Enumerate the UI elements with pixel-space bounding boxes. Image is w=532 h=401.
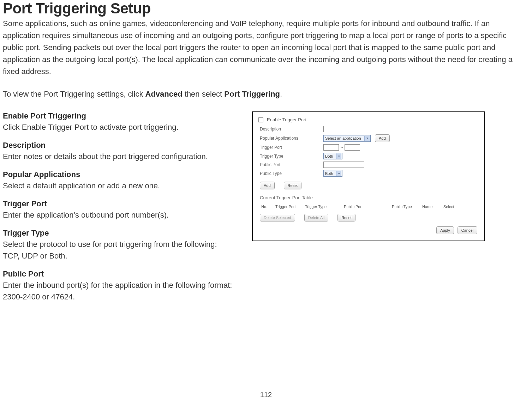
page-number: 112 — [0, 391, 532, 399]
popular-apps-select[interactable]: Select an application ▾ — [323, 135, 371, 142]
col-public-port: Public Port — [344, 205, 392, 209]
public-type-select[interactable]: Both ▾ — [323, 170, 342, 177]
def-title-enable: Enable Port Triggering — [3, 111, 232, 121]
public-port-field-label: Public Port — [260, 162, 323, 167]
trigger-port-range-separator: ~ — [339, 145, 345, 150]
def-title-popular-apps: Popular Applications — [3, 170, 232, 179]
popular-apps-field-label: Popular Applications — [260, 136, 323, 141]
trigger-port-table-heading: Current Trigger-Port Table — [260, 195, 479, 200]
def-text-popular-apps: Select a default application or add a ne… — [3, 180, 232, 192]
chevron-down-icon: ▾ — [336, 153, 341, 159]
table-reset-button[interactable]: Reset — [337, 214, 355, 221]
nav-bold-port-triggering: Port Triggering — [224, 90, 280, 98]
enable-trigger-port-label: Enable Trigger Port — [267, 117, 306, 122]
intro-paragraph: Some applications, such as online games,… — [3, 18, 522, 78]
def-title-trigger-type: Trigger Type — [3, 229, 232, 238]
trigger-type-select[interactable]: Both ▾ — [323, 153, 342, 159]
col-public-type: Public Type — [392, 205, 422, 209]
trigger-port-field-label: Trigger Port — [260, 145, 323, 150]
public-port-input[interactable] — [323, 162, 364, 168]
chevron-down-icon: ▾ — [364, 136, 370, 141]
popular-apps-add-button[interactable]: Add — [375, 134, 390, 142]
def-text-description: Enter notes or details about the port tr… — [3, 151, 232, 162]
description-field-label: Description — [260, 127, 323, 132]
nav-bold-advanced: Advanced — [145, 90, 183, 98]
definitions-column: Enable Port Triggering Click Enable Trig… — [3, 111, 232, 310]
cancel-button[interactable]: Cancel — [458, 226, 477, 234]
def-text-enable: Click Enable Trigger Port to activate po… — [3, 121, 232, 133]
def-title-description: Description — [3, 141, 232, 150]
def-title-trigger-port: Trigger Port — [3, 199, 232, 208]
trigger-type-field-label: Trigger Type — [260, 154, 323, 159]
nav-text-middle: then select — [183, 90, 225, 98]
page-title: Port Triggering Setup — [3, 0, 522, 17]
description-input[interactable] — [323, 126, 364, 132]
nav-text-suffix: . — [280, 90, 282, 98]
col-trigger-type: Trigger Type — [305, 205, 344, 209]
col-no: No. — [261, 205, 275, 209]
router-config-panel: Enable Trigger Port Description Popular … — [252, 111, 485, 241]
col-trigger-port: Trigger Port — [275, 205, 305, 209]
trigger-port-table-header: No. Trigger Port Trigger Type Public Por… — [258, 205, 479, 212]
trigger-port-from-input[interactable] — [323, 144, 339, 151]
def-text-trigger-type: Select the protocol to use for port trig… — [3, 238, 232, 262]
trigger-port-to-input[interactable] — [345, 144, 360, 151]
trigger-type-selected-value: Both — [325, 154, 333, 158]
popular-apps-selected-value: Select an application — [325, 136, 361, 140]
delete-all-button[interactable]: Delete All — [304, 214, 328, 221]
enable-trigger-port-checkbox[interactable] — [258, 117, 263, 122]
def-title-public-port: Public Port — [3, 269, 232, 279]
def-text-public-port: Enter the inbound port(s) for the applic… — [3, 279, 232, 303]
def-text-trigger-port: Enter the application's outbound port nu… — [3, 209, 232, 221]
delete-selected-button[interactable]: Delete Selected — [260, 214, 295, 221]
reset-button[interactable]: Reset — [284, 182, 302, 189]
apply-button[interactable]: Apply — [436, 226, 454, 234]
col-select: Select — [443, 205, 460, 209]
chevron-down-icon: ▾ — [336, 171, 341, 176]
col-name: Name — [422, 205, 443, 209]
public-type-selected-value: Both — [325, 171, 333, 176]
nav-instruction: To view the Port Triggering settings, cl… — [3, 90, 522, 99]
add-button[interactable]: Add — [260, 182, 275, 189]
public-type-field-label: Public Type — [260, 171, 323, 176]
nav-text-prefix: To view the Port Triggering settings, cl… — [3, 90, 145, 98]
